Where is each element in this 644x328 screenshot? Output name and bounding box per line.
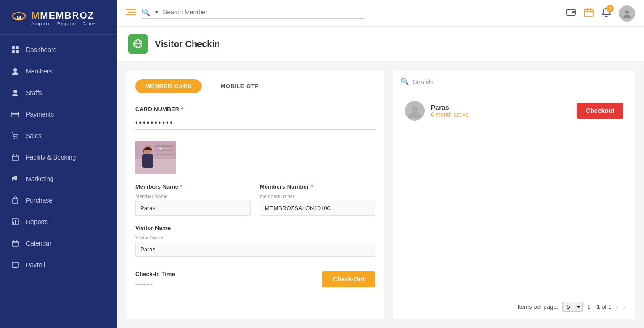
sidebar-label-reports: Reports (26, 218, 48, 225)
sidebar-item-reports[interactable]: Reports (0, 211, 117, 233)
visitor-name-input[interactable] (135, 242, 375, 257)
topbar-action-icons: 3 (566, 5, 635, 22)
member-photo (135, 141, 176, 174)
facility-icon (11, 153, 20, 162)
purchase-icon (11, 196, 20, 205)
search-dropdown-arrow[interactable]: ▼ (154, 9, 159, 15)
members-number-input[interactable] (260, 201, 375, 216)
right-search-icon: 🔍 (400, 78, 409, 86)
items-per-page-select[interactable]: 5 10 25 (562, 302, 583, 312)
card-number-input[interactable] (135, 116, 375, 130)
visitor-name-hint: Visitor Name (135, 235, 375, 240)
sidebar-item-dashboard[interactable]: Dashboard (0, 39, 117, 60)
dashboard-icon (11, 45, 20, 54)
svg-point-12 (17, 138, 18, 139)
svg-rect-46 (135, 159, 176, 174)
calendar-icon-button[interactable] (584, 8, 594, 19)
page-wrapper: Visitor Checkin MEMBER CARD MOBILE OTP C… (117, 27, 644, 328)
staffs-icon (11, 88, 20, 97)
svg-rect-13 (12, 155, 18, 160)
members-name-hint: Member Name (135, 194, 251, 199)
pagination-range: 1 – 1 of 1 (587, 303, 611, 310)
user-avatar[interactable] (619, 5, 635, 22)
member-info: Paras 6 month active (431, 104, 571, 118)
card-number-section: CARD NUMBER * (135, 106, 375, 130)
sidebar-item-sales[interactable]: Sales (0, 125, 117, 147)
notification-icon-button[interactable]: 3 (602, 7, 611, 19)
tab-mobile-otp[interactable]: MOBILE OTP (210, 79, 269, 93)
svg-marker-17 (12, 175, 17, 181)
sidebar-item-payroll[interactable]: Payroll (0, 254, 117, 276)
member-avatar (405, 101, 425, 121)
svg-point-57 (412, 106, 418, 112)
member-status: 6 month active (431, 111, 571, 118)
members-name-label: Members Name * (135, 183, 251, 190)
sidebar-item-purchase[interactable]: Purchase (0, 190, 117, 211)
tab-member-card[interactable]: MEMBER CARD (135, 79, 202, 93)
sidebar-item-members[interactable]: Members (0, 60, 117, 82)
members-number-label: Members Number * (260, 183, 375, 190)
svg-rect-5 (12, 50, 15, 53)
checkin-time-col: Check-In Time --/--/---- (135, 271, 313, 287)
required-asterisk: * (181, 106, 183, 112)
notification-badge: 3 (606, 5, 614, 12)
sidebar-label-sales: Sales (26, 132, 42, 139)
svg-rect-54 (160, 148, 162, 150)
members-name-input[interactable] (135, 201, 251, 216)
members-icon (11, 67, 20, 76)
sidebar-item-facility-booking[interactable]: Facility & Booking (0, 147, 117, 168)
svg-rect-52 (163, 143, 164, 145)
page-header: Visitor Checkin (117, 27, 644, 61)
pagination-row: Items per page: 5 10 25 1 – 1 of 1 ‹ › (400, 298, 628, 312)
wallet-icon-button[interactable] (566, 8, 576, 18)
sidebar-label-purchase: Purchase (26, 197, 52, 204)
body-content: MEMBER CARD MOBILE OTP CARD NUMBER * (117, 61, 644, 328)
payroll-icon (11, 260, 20, 269)
content-area: Visitor Checkin MEMBER CARD MOBILE OTP C… (117, 27, 644, 328)
logo-icon: M (9, 8, 29, 28)
logo-text-main: MMEMBROZ (31, 10, 96, 22)
sidebar-item-staffs[interactable]: Staffs (0, 82, 117, 104)
right-search-input[interactable] (413, 78, 628, 86)
svg-rect-36 (584, 9, 593, 16)
sidebar-logo: M MMEMBROZ Acquire · Engage · Grow (0, 0, 117, 35)
sidebar-item-marketing[interactable]: Marketing (0, 168, 117, 190)
svg-text:M: M (17, 15, 21, 21)
topbar: 🔍 ▼ 3 (117, 0, 644, 27)
svg-rect-4 (16, 46, 19, 49)
sidebar-label-facility: Facility & Booking (26, 154, 76, 161)
member-result-card: Paras 6 month active Checkout (400, 95, 628, 127)
svg-rect-3 (12, 46, 15, 49)
sidebar-label-calendar: Calendar (26, 240, 52, 247)
sidebar-label-members: Members (26, 68, 52, 75)
sales-icon (11, 131, 20, 140)
reports-icon (11, 217, 20, 226)
svg-rect-51 (160, 143, 162, 145)
sidebar-item-payments[interactable]: Payments (0, 104, 117, 125)
members-number-hint: membernumber (260, 194, 375, 199)
topbar-search: 🔍 ▼ (142, 8, 365, 19)
sidebar-item-calendar[interactable]: Calendar (0, 233, 117, 254)
pagination-prev-arrow[interactable]: ‹ (616, 303, 618, 311)
checkout-button[interactable]: Checkout (577, 103, 623, 119)
svg-rect-56 (142, 154, 153, 168)
checkin-time-row: Check-In Time --/--/---- Check-Out (135, 268, 375, 287)
sidebar: M MMEMBROZ Acquire · Engage · Grow Dashb… (0, 0, 117, 328)
member-name: Paras (431, 104, 571, 111)
svg-rect-47 (155, 145, 173, 147)
right-panel: 🔍 Paras 6 month active Checkout (393, 70, 635, 319)
search-input[interactable] (163, 9, 365, 16)
svg-rect-19 (13, 199, 18, 203)
svg-rect-28 (12, 262, 18, 267)
page-title: Visitor Checkin (155, 39, 220, 49)
left-panel: MEMBER CARD MOBILE OTP CARD NUMBER * (126, 70, 384, 319)
svg-point-7 (13, 68, 17, 72)
members-number-col: Members Number * membernumber (260, 183, 375, 216)
svg-point-11 (14, 138, 15, 139)
page-header-icon (128, 34, 148, 54)
sidebar-label-staffs: Staffs (26, 89, 42, 96)
pagination-next-arrow[interactable]: › (623, 303, 625, 311)
menu-toggle-icon[interactable] (126, 8, 136, 18)
svg-rect-53 (158, 147, 159, 150)
checkout-out-button[interactable]: Check-Out (322, 271, 375, 287)
